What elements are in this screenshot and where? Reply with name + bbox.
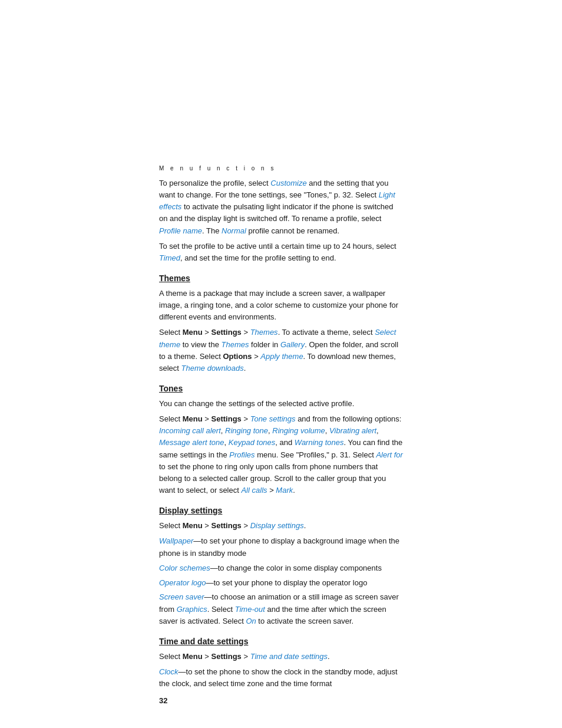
operator-logo-text: —to set your phone to display the operat… — [206, 578, 368, 587]
themes-arrow2: > — [242, 328, 250, 337]
themes-para2d: folder in — [249, 340, 280, 349]
themes-para2: Select Menu > Settings > Themes. To acti… — [159, 327, 403, 374]
intro-text-c: to activate the pulsating light indicato… — [159, 202, 393, 223]
themes-link[interactable]: Themes — [250, 328, 278, 337]
themes-arrow3: > — [252, 352, 261, 361]
time-date-heading: Time and date settings — [159, 637, 403, 646]
screen-saver-text2: . Select — [207, 605, 235, 614]
tones-comma1: , — [221, 426, 225, 435]
warning-tones-link[interactable]: Warning tones — [295, 438, 344, 447]
tones-arrow4: > — [267, 486, 276, 495]
tones-heading: Tones — [159, 384, 403, 393]
profiles-link[interactable]: Profiles — [229, 450, 254, 459]
themes-select: Select — [159, 328, 183, 337]
themes-heading: Themes — [159, 274, 403, 283]
operator-logo-link[interactable]: Operator logo — [159, 578, 206, 587]
intro-text-e: profile cannot be renamed. — [246, 226, 339, 235]
ds-period: . — [304, 521, 306, 530]
tones-para2b: and from the following options: — [296, 414, 402, 423]
tones-menu-bold: Menu — [183, 414, 203, 423]
themes-options-bold: Options — [223, 352, 252, 361]
display-color-schemes: Color schemes—to change the color in som… — [159, 562, 403, 575]
ds-menu-bold: Menu — [183, 521, 203, 530]
themes-para2g: . — [244, 364, 246, 373]
themes-arrow1: > — [203, 328, 211, 337]
themes-para2c: to view the — [180, 340, 221, 349]
intro-text-d: . The — [202, 226, 222, 235]
tones-para2d: menu. See "Profiles," p. 31. Select — [255, 450, 376, 459]
all-calls-link[interactable]: All calls — [241, 486, 267, 495]
menu-functions-label: M e n u f u n c t i o n s — [159, 165, 403, 172]
vibrating-alert-link[interactable]: Vibrating alert — [329, 426, 376, 435]
themes-para1: A theme is a package that may include a … — [159, 288, 403, 323]
graphics-link[interactable]: Graphics — [177, 605, 207, 614]
normal-link[interactable]: Normal — [222, 226, 246, 235]
keypad-tones-link[interactable]: Keypad tones — [229, 438, 276, 447]
wallpaper-link[interactable]: Wallpaper — [159, 536, 193, 545]
timed-link[interactable]: Timed — [159, 253, 180, 262]
display-screen-saver: Screen saver—to choose an animation or a… — [159, 591, 403, 627]
tones-and: , and — [275, 438, 295, 447]
td-settings-bold: Settings — [211, 652, 242, 661]
page-number: 32 — [159, 696, 167, 705]
display-settings-select: Select Menu > Settings > Display setting… — [159, 520, 403, 532]
display-operator-logo: Operator logo—to set your phone to displ… — [159, 577, 403, 589]
td-select-start: Select — [159, 652, 183, 661]
themes-settings-bold: Settings — [211, 328, 242, 337]
td-menu-bold: Menu — [183, 652, 203, 661]
time-date-clock: Clock—to set the phone to show the clock… — [159, 666, 403, 690]
theme-downloads-link[interactable]: Theme downloads — [181, 364, 244, 373]
intro-para1: To personalize the profile, select Custo… — [159, 177, 403, 237]
ringing-tone-link[interactable]: Ringing tone — [225, 426, 268, 435]
tones-comma4: , — [376, 426, 379, 435]
td-arrow1: > — [203, 652, 211, 661]
ds-settings-bold: Settings — [211, 521, 242, 530]
tones-arrow2: > — [242, 414, 250, 423]
tones-select: Select — [159, 414, 183, 423]
tones-settings-bold: Settings — [211, 414, 242, 423]
ds-select-start: Select — [159, 521, 183, 530]
on-link[interactable]: On — [246, 617, 256, 625]
alert-for-link[interactable]: Alert for — [376, 450, 403, 459]
tones-para2f: . — [293, 486, 295, 495]
screen-saver-link[interactable]: Screen saver — [159, 592, 204, 601]
tone-settings-link[interactable]: Tone settings — [250, 414, 296, 423]
apply-theme-link[interactable]: Apply theme — [260, 352, 303, 361]
intro-para2: To set the profile to be active until a … — [159, 241, 403, 264]
clock-text: —to set the phone to show the clock in t… — [159, 667, 398, 688]
display-wallpaper: Wallpaper—to set your phone to display a… — [159, 535, 403, 560]
intro-para2-end: , and set the time for the profile setti… — [180, 253, 336, 262]
tones-para2: Select Menu > Settings > Tone settings a… — [159, 413, 403, 496]
intro-para2-start: To set the profile to be active until a … — [159, 242, 396, 251]
td-arrow2: > — [242, 652, 250, 661]
tones-arrow1: > — [203, 414, 211, 423]
tones-comma5: , — [224, 438, 229, 447]
content-area: M e n u f u n c t i o n s To personalize… — [0, 0, 562, 728]
intro-text-start: To personalize the profile, select — [159, 179, 270, 187]
td-period: . — [328, 652, 330, 661]
display-settings-link[interactable]: Display settings — [250, 521, 304, 530]
ds-arrow2: > — [242, 521, 250, 530]
profile-name-link[interactable]: Profile name — [159, 226, 202, 235]
screen-saver-text4: to activate the screen saver. — [256, 617, 353, 625]
ds-arrow1: > — [203, 521, 211, 530]
ringing-volume-link[interactable]: Ringing volume — [272, 426, 325, 435]
customize-link[interactable]: Customize — [270, 179, 306, 187]
time-out-link[interactable]: Time-out — [235, 605, 265, 614]
clock-link[interactable]: Clock — [159, 667, 178, 676]
color-schemes-text: —to change the color in some display com… — [210, 564, 382, 572]
wallpaper-text: —to set your phone to display a backgrou… — [159, 536, 399, 558]
incoming-call-alert-link[interactable]: Incoming call alert — [159, 426, 221, 435]
tones-comma3: , — [325, 426, 329, 435]
message-alert-tone-link[interactable]: Message alert tone — [159, 438, 224, 447]
tones-para1: You can change the settings of the selec… — [159, 398, 403, 410]
color-schemes-link[interactable]: Color schemes — [159, 564, 210, 572]
page: M e n u f u n c t i o n s To personalize… — [0, 0, 562, 728]
themes-para2b: . To activate a theme, select — [278, 328, 375, 337]
time-date-link[interactable]: Time and date settings — [250, 652, 328, 661]
mark-link[interactable]: Mark — [276, 486, 293, 495]
time-date-select: Select Menu > Settings > Time and date s… — [159, 651, 403, 663]
themes-link2[interactable]: Themes — [222, 340, 249, 349]
gallery-link[interactable]: Gallery — [280, 340, 305, 349]
display-settings-heading: Display settings — [159, 506, 403, 515]
